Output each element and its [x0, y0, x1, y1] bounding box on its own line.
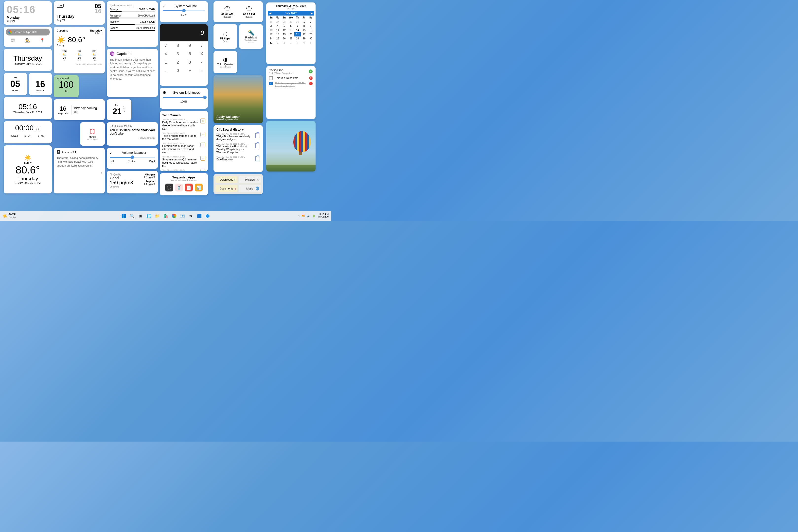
calendar-day[interactable]: 28: [281, 20, 288, 24]
news-icon[interactable]: 📰: [11, 38, 16, 43]
calendar-day[interactable]: 23: [308, 32, 314, 36]
search-button[interactable]: 🔍: [129, 212, 135, 219]
calendar-day[interactable]: 11: [274, 28, 281, 32]
calendar-day[interactable]: 20: [288, 32, 294, 36]
taskview-button[interactable]: ⊞: [137, 212, 144, 219]
incognito-icon[interactable]: 🕵️: [25, 38, 30, 43]
app-tile-4[interactable]: 📊: [195, 184, 203, 191]
calendar-day[interactable]: 2: [281, 41, 288, 45]
calendar-day[interactable]: 2: [308, 20, 314, 24]
calc-key-1[interactable]: 1: [160, 58, 172, 66]
system-tray[interactable]: ˄ 📶 🔊 🔋 5:16 PM7/21/2022: [298, 213, 329, 218]
calendar-day[interactable]: 1: [301, 20, 308, 24]
stopwatch-reset[interactable]: RESET: [10, 135, 18, 137]
vs-icon[interactable]: ∞: [187, 212, 194, 219]
calc-key-3[interactable]: 3: [184, 58, 196, 66]
calendar-day[interactable]: 29: [301, 36, 308, 41]
calendar-day[interactable]: 21: [294, 32, 301, 36]
delete-button[interactable]: ×: [309, 82, 313, 85]
calc-key-6[interactable]: 6: [184, 50, 196, 58]
app-tile-3[interactable]: 📄: [185, 184, 193, 191]
folder-music[interactable]: Music▶: [239, 185, 261, 192]
calc-key-4[interactable]: 4: [160, 50, 172, 58]
outlook-icon[interactable]: 📧: [179, 212, 186, 219]
calendar-day[interactable]: 17: [268, 32, 274, 36]
sysvol-slider[interactable]: [163, 10, 205, 11]
calendar-day[interactable]: 29: [288, 20, 294, 24]
calendar-day[interactable]: 4: [294, 41, 301, 45]
calc-key-X[interactable]: X: [196, 50, 208, 58]
calendar-day[interactable]: 24: [268, 36, 274, 41]
start-button[interactable]: [120, 212, 127, 219]
chevron-right-icon[interactable]: ›: [101, 171, 102, 175]
calendar-day[interactable]: 25: [274, 36, 281, 41]
calendar-day[interactable]: 30: [308, 36, 314, 41]
location-icon[interactable]: 📍: [40, 38, 45, 43]
chrome-icon[interactable]: [171, 212, 178, 219]
app-tile-2[interactable]: 🥤: [175, 184, 183, 191]
todo-checkbox[interactable]: [269, 76, 273, 80]
clipboard-item[interactable]: Thursday, July 21, 2022 5:13 PMWelcome t…: [217, 143, 260, 154]
calendar-day[interactable]: 26: [281, 36, 288, 41]
calendar-day[interactable]: 8: [301, 24, 308, 28]
stopwatch-stop[interactable]: STOP: [24, 135, 31, 137]
calendar-day[interactable]: 14: [294, 28, 301, 32]
calendar-day[interactable]: 28: [294, 36, 301, 41]
calendar-day[interactable]: 30: [294, 20, 301, 24]
calendar-day[interactable]: 13: [288, 28, 294, 32]
wallpaper-widget[interactable]: Apply Wallpaper Powered by Pexels.com: [214, 75, 263, 123]
chevron-up-icon[interactable]: ˄: [298, 215, 299, 217]
calc-key-8[interactable]: 8: [172, 41, 184, 50]
app-icon[interactable]: 🟦: [196, 212, 203, 219]
mute-widget[interactable]: 🎤⃠ Muted Tap to toggle: [80, 122, 105, 146]
search-bar[interactable]: Search or type URL: [6, 28, 50, 36]
volbal-slider[interactable]: [110, 157, 155, 158]
edge-icon[interactable]: 🌐: [146, 212, 152, 219]
stopwatch-start[interactable]: START: [37, 135, 45, 137]
calendar-day[interactable]: 1: [274, 41, 281, 45]
news-item[interactable]: Thu, 21 Jul 2022 21:46:06Taking robots f…: [162, 132, 205, 141]
calc-key-9[interactable]: 9: [184, 41, 196, 50]
app2-icon[interactable]: 🔷: [204, 212, 211, 219]
calendar-day[interactable]: 18: [274, 32, 281, 36]
calendar-next[interactable]: ▶: [311, 12, 313, 15]
news-item[interactable]: Thu, 21 Jul 2022 21:07:59Snap misses on …: [162, 156, 205, 168]
todo-checkbox[interactable]: [269, 82, 273, 85]
news-item[interactable]: Thu, 21 Jul 2022 22:05:01Daily Crunch: A…: [162, 118, 205, 131]
app-tile-1[interactable]: 🎧: [165, 184, 173, 191]
calc-key-0[interactable]: 0: [172, 66, 184, 75]
folder-pictures[interactable]: Pictures⚙: [239, 176, 261, 183]
calendar-day[interactable]: 10: [268, 28, 274, 32]
delete-button[interactable]: ×: [309, 76, 313, 80]
calc-key--[interactable]: -: [196, 58, 208, 66]
calendar-day[interactable]: 3: [268, 24, 274, 28]
calendar-day[interactable]: 27: [274, 20, 281, 24]
calendar-day[interactable]: 19: [281, 32, 288, 36]
calendar-day[interactable]: 15: [301, 28, 308, 32]
brightness-slider[interactable]: [163, 97, 205, 98]
calc-key-2[interactable]: 2: [172, 58, 184, 66]
folder-documents[interactable]: Documents▮: [216, 185, 237, 192]
calc-key-7[interactable]: 7: [160, 41, 172, 50]
calendar-day[interactable]: 22: [301, 32, 308, 36]
calendar-day[interactable]: 16: [308, 28, 314, 32]
calendar-day[interactable]: 31: [268, 41, 274, 45]
clipboard-item[interactable]: Thursday, July 21, 2022 5:13 PMWidgetBox…: [217, 133, 260, 141]
calendar-day[interactable]: 3: [288, 41, 294, 45]
calendar-prev[interactable]: ◀: [269, 12, 271, 15]
calendar-day[interactable]: 5: [301, 41, 308, 45]
flashlight-widget[interactable]: 🔦 Flashlight Tap to brighten screen: [239, 24, 263, 49]
calendar-day[interactable]: 27: [288, 36, 294, 41]
store-icon[interactable]: 🛍️: [162, 212, 169, 219]
calendar-day[interactable]: 5: [281, 24, 288, 28]
wifi-icon[interactable]: 📶: [301, 215, 304, 217]
add-button[interactable]: +: [309, 70, 313, 73]
battery-icon[interactable]: 🔋: [312, 215, 315, 217]
calc-key-5[interactable]: 5: [172, 50, 184, 58]
calc-key-/[interactable]: /: [196, 41, 208, 50]
calendar-day[interactable]: 9: [308, 24, 314, 28]
calc-key-=[interactable]: =: [196, 66, 208, 75]
calc-key-+[interactable]: +: [184, 66, 196, 75]
news-item[interactable]: Thu, 21 Jul 2022 21:05:34Robotics and AI…: [162, 169, 205, 171]
taskbar-weather[interactable]: ☀️ 100°FSunny: [2, 213, 16, 218]
